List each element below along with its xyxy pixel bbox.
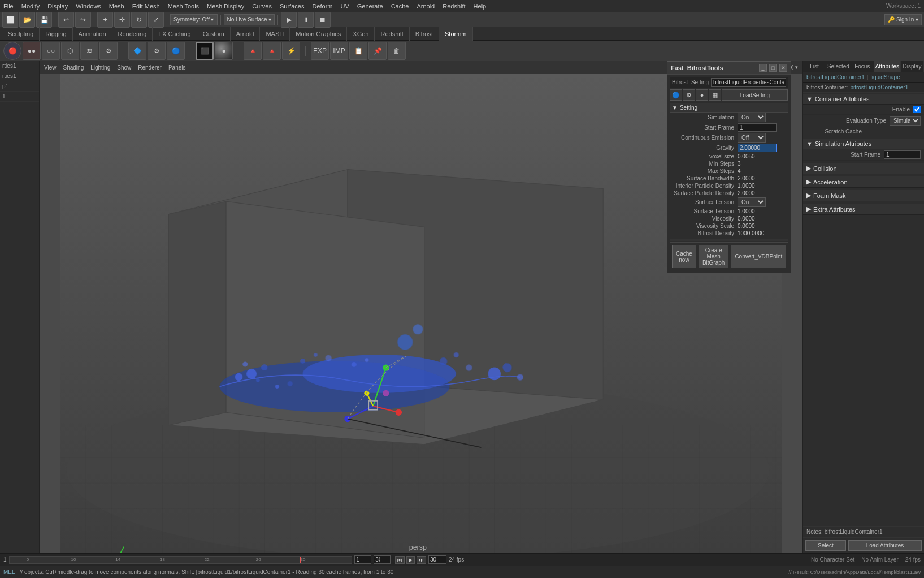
vp-view[interactable]: View xyxy=(42,64,59,71)
mode-sculpting[interactable]: Sculpting xyxy=(2,27,40,41)
cache-now-btn[interactable]: Cache now xyxy=(672,245,696,268)
bf-tab-icon4[interactable]: ▦ xyxy=(709,89,721,101)
menu-deform[interactable]: Deform xyxy=(312,3,332,10)
viewport[interactable]: View Shading Lighting Show Renderer Pane… xyxy=(40,61,802,553)
maximize-btn[interactable]: □ xyxy=(769,64,777,72)
container-value-text[interactable]: bifrostLiquidContainer1 xyxy=(850,84,908,90)
create-mesh-btn[interactable]: Create Mesh BitGraph xyxy=(699,245,728,268)
sculpt-btn3[interactable]: ○○ xyxy=(42,42,60,60)
vp-panels[interactable]: Panels xyxy=(166,64,188,71)
rotate-btn[interactable]: ↻ xyxy=(131,12,147,28)
sculpt-btn4[interactable]: ⬡ xyxy=(61,42,79,60)
vp-renderer[interactable]: Renderer xyxy=(136,64,164,71)
left-item1[interactable]: rties1 xyxy=(0,61,39,71)
mode-arnold[interactable]: Arnold xyxy=(231,27,261,41)
sign-in-btn[interactable]: 🔑 Sign In ▾ xyxy=(884,14,922,25)
mode-motion-graphics[interactable]: Motion Graphics xyxy=(290,27,347,41)
collision-header[interactable]: ▶ Collision xyxy=(803,163,924,174)
right-tab-focus[interactable]: Focus xyxy=(851,61,874,72)
extra-attrs-header[interactable]: ▶ Extra Attributes xyxy=(803,204,924,215)
mode-xgen[interactable]: XGen xyxy=(347,27,375,41)
misc-btn2[interactable]: IMP xyxy=(330,42,348,60)
vp-lighting[interactable]: Lighting xyxy=(88,64,112,71)
menu-file[interactable]: File xyxy=(3,3,14,10)
bf-tab-icon2[interactable]: ⚙ xyxy=(683,89,695,101)
mode-redshift[interactable]: Redshift xyxy=(375,27,409,41)
mode-animation[interactable]: Animation xyxy=(73,27,112,41)
container-attrs-header[interactable]: ▼ Container Attributes xyxy=(803,94,924,105)
bf-setting-input[interactable] xyxy=(711,78,786,87)
acceleration-header[interactable]: ▶ Acceleration xyxy=(803,176,924,188)
bf-loadsetting-btn[interactable]: LoadSetting xyxy=(722,89,788,101)
open-btn[interactable]: 📂 xyxy=(19,12,35,28)
bf-setting-header[interactable]: ▼ Setting xyxy=(670,103,788,113)
pause-btn[interactable]: ⏸ xyxy=(298,12,314,28)
bifrost-titlebar[interactable]: Fast_BifrostTools _ □ ✕ xyxy=(667,62,791,75)
mode-rendering[interactable]: Rendering xyxy=(112,27,153,41)
undo-btn[interactable]: ↩ xyxy=(58,12,74,28)
redo-btn[interactable]: ↪ xyxy=(75,12,91,28)
frame-end-input[interactable] xyxy=(374,555,391,564)
left-item2[interactable]: rties1 xyxy=(0,71,39,81)
timeline-track[interactable]: 5 10 14 18 22 26 30 xyxy=(9,556,353,564)
select-button[interactable]: Select xyxy=(805,540,846,551)
menu-mesh-tools[interactable]: Mesh Tools xyxy=(168,3,199,10)
right-tab-attributes[interactable]: Attributes xyxy=(874,61,901,72)
menu-curves[interactable]: Curves xyxy=(252,3,272,10)
mode-rigging[interactable]: Rigging xyxy=(40,27,72,41)
menu-uv[interactable]: UV xyxy=(340,3,349,10)
menu-windows[interactable]: Windows xyxy=(76,3,101,10)
menu-edit-mesh[interactable]: Edit Mesh xyxy=(132,3,160,10)
foam-mask-header[interactable]: ▶ Foam Mask xyxy=(803,190,924,201)
left-item4[interactable]: 1 xyxy=(0,92,39,102)
play-btn[interactable]: ▶ xyxy=(281,12,297,28)
play-btn[interactable]: ▶ xyxy=(406,556,415,564)
mode-mash[interactable]: MASH xyxy=(260,27,290,41)
misc-btn1[interactable]: EXP xyxy=(311,42,329,60)
bf-scrollbar[interactable] xyxy=(670,239,788,241)
right-tab-display[interactable]: Display xyxy=(901,61,924,72)
left-item3[interactable]: p1 xyxy=(0,81,39,92)
tool-btn2[interactable]: 🔺 xyxy=(263,42,281,60)
stop-btn[interactable]: ⏹ xyxy=(315,12,331,28)
menu-arnold[interactable]: Arnold xyxy=(417,3,435,10)
minimize-btn[interactable]: _ xyxy=(759,64,767,72)
misc-btn5[interactable]: 🗑 xyxy=(388,42,406,60)
sculpt-btn1[interactable]: 🔴 xyxy=(3,42,21,60)
bf-gravity-input[interactable] xyxy=(738,144,777,152)
tool-btn1[interactable]: 🔺 xyxy=(244,42,262,60)
breadcrumb-item2[interactable]: liquidShape xyxy=(870,74,900,80)
mode-custom[interactable]: Custom xyxy=(197,27,231,41)
startframe-input[interactable] xyxy=(884,150,921,159)
render-btn1[interactable]: 🔷 xyxy=(128,42,146,60)
right-tab-list[interactable]: List xyxy=(803,61,826,72)
vp-show[interactable]: Show xyxy=(115,64,133,71)
mode-fx-caching[interactable]: FX Caching xyxy=(153,27,197,41)
right-tab-selected[interactable]: Selected xyxy=(826,61,851,72)
render-btn3[interactable]: 🔵 xyxy=(167,42,185,60)
bf-surftension-dropdown[interactable]: OnOff xyxy=(738,197,766,207)
close-btn[interactable]: ✕ xyxy=(779,64,787,72)
menu-modify[interactable]: Modify xyxy=(21,3,40,10)
render-btn2[interactable]: ⚙ xyxy=(148,42,166,60)
next-frame-btn[interactable]: ⏭ xyxy=(417,556,426,564)
menu-surfaces[interactable]: Surfaces xyxy=(280,3,304,10)
vp-shading[interactable]: Shading xyxy=(61,64,86,71)
breadcrumb-item1[interactable]: bifrostLiquidContainer1 xyxy=(806,74,865,80)
prev-frame-btn[interactable]: ⏮ xyxy=(395,556,405,564)
symmetry-btn[interactable]: Symmetry: Off ▾ xyxy=(170,14,218,25)
select-btn[interactable]: ✦ xyxy=(97,12,113,28)
sculpt-btn5[interactable]: ≋ xyxy=(80,42,98,60)
frame-start-input[interactable] xyxy=(354,555,371,564)
settings-btn[interactable]: ⚙ xyxy=(99,42,118,60)
tool-btn3[interactable]: ⚡ xyxy=(282,42,300,60)
bf-startframe-input[interactable] xyxy=(738,123,777,132)
scale-btn[interactable]: ⤢ xyxy=(148,12,164,28)
enable-checkbox[interactable] xyxy=(913,106,921,113)
sculpt-btn2[interactable]: ●● xyxy=(23,42,41,60)
menu-display[interactable]: Display xyxy=(47,3,68,10)
menu-cache[interactable]: Cache xyxy=(391,3,409,10)
load-attrs-button[interactable]: Load Attributes xyxy=(848,540,922,551)
new-scene-btn[interactable]: ⬜ xyxy=(2,12,18,28)
save-btn[interactable]: 💾 xyxy=(36,12,52,28)
